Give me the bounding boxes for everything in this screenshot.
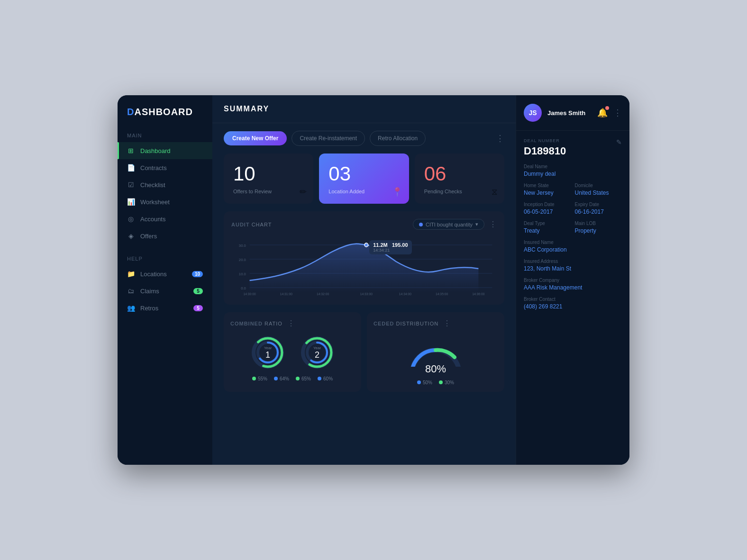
- deal-field-domicile: Domicile United States: [575, 183, 622, 196]
- year2-label: Year2: [313, 345, 321, 360]
- sidebar-logo: DASHBOARD: [118, 107, 212, 129]
- worksheet-icon: 📊: [127, 198, 135, 206]
- ratio-more-icon[interactable]: ⋮: [287, 319, 295, 328]
- legend-item-1: 55%: [252, 376, 267, 381]
- stat-location-value: 03: [328, 163, 399, 185]
- contracts-icon: 📄: [127, 164, 135, 172]
- retro-allocation-button[interactable]: Retro Allocation: [370, 131, 426, 146]
- ceded-legend: 50% 30%: [374, 380, 498, 385]
- claims-badge: 5: [193, 288, 203, 294]
- stat-offers-value: 10: [233, 163, 304, 185]
- deal-field-inception-date: Inception Date 06-05-2017: [524, 202, 571, 215]
- stat-card-offers: 10 Offers to Review ✏: [224, 154, 313, 204]
- notification-bell-icon[interactable]: 🔔: [597, 108, 608, 118]
- panel-more-icon[interactable]: ⋮: [613, 108, 622, 118]
- ceded-more-icon[interactable]: ⋮: [443, 319, 451, 328]
- deal-type-label: Deal Type: [524, 221, 571, 226]
- pending-stat-icon: ⧖: [492, 187, 498, 197]
- deal-field-broker-company: Broker Company AAA Risk Management: [524, 278, 622, 291]
- deal-field-main-lob: Main LOB Property: [575, 221, 622, 234]
- sidebar-item-locations[interactable]: 📁 Locations 10: [118, 265, 212, 282]
- dashboard-icon: ⊞: [127, 147, 135, 154]
- gauge-wrap: [407, 334, 464, 367]
- section-label-help: Help: [118, 252, 212, 265]
- sidebar-item-claims[interactable]: 🗂 Claims 5: [118, 282, 212, 299]
- filter-dot: [419, 223, 423, 226]
- retros-badge: 5: [193, 305, 203, 311]
- claims-icon: 🗂: [127, 287, 135, 295]
- inception-date-value: 06-05-2017: [524, 208, 571, 215]
- action-more-icon[interactable]: ⋮: [496, 133, 504, 144]
- combined-ratio-section: COMBINED RATIO ⋮: [224, 312, 361, 392]
- deal-field-deal-name: Deal Name Dummy deal: [524, 164, 622, 177]
- stat-card-pending: 06 Pending Checks ⧖: [415, 154, 504, 204]
- deal-field-deal-type: Deal Type Treaty: [524, 221, 571, 234]
- ceded-legend-2: 30%: [439, 380, 454, 385]
- broker-contact-label: Broker Contact: [524, 297, 622, 302]
- svg-point-8: [364, 243, 368, 247]
- year1-label: Year1: [264, 345, 272, 360]
- domicile-label: Domicile: [575, 183, 622, 188]
- main-lob-value: Property: [575, 227, 622, 234]
- svg-text:20.0: 20.0: [239, 258, 246, 262]
- chart-more-icon[interactable]: ⋮: [489, 220, 497, 229]
- legend-item-2: 64%: [274, 376, 289, 381]
- sidebar-item-dashboard[interactable]: ⊞ Dashboard: [118, 142, 212, 159]
- ratio-legend: 55% 64% 65% 60%: [230, 376, 355, 381]
- ratio-header: COMBINED RATIO ⋮: [230, 319, 355, 328]
- ceded-title: CEDED DISTRIBUTION: [374, 321, 438, 326]
- broker-company-label: Broker Company: [524, 278, 622, 283]
- domicile-value: United States: [575, 190, 622, 196]
- deal-number-value: D189810: [524, 145, 566, 157]
- sidebar-item-label: Checklist: [140, 181, 165, 189]
- chart-filter[interactable]: CITI bought quantity ▾: [413, 219, 484, 230]
- user-name: James Smith: [547, 109, 592, 117]
- deal-field-insured-address: Insured Address 123, North Main St: [524, 259, 622, 272]
- sidebar-item-contracts[interactable]: 📄 Contracts: [118, 159, 212, 176]
- deal-fields-type-lob: Deal Type Treaty Main LOB Property: [524, 215, 622, 234]
- svg-text:30.0: 30.0: [239, 244, 246, 248]
- home-state-value: New Jersey: [524, 190, 571, 196]
- svg-text:14:36:00: 14:36:00: [472, 292, 484, 296]
- deal-edit-icon[interactable]: ✎: [616, 138, 622, 146]
- sidebar-item-label: Offers: [140, 233, 157, 240]
- sidebar-item-retros[interactable]: 👥 Retros 5: [118, 299, 212, 316]
- legend-item-4: 60%: [318, 376, 333, 381]
- sidebar-item-accounts[interactable]: ◎ Accounts: [118, 210, 212, 227]
- audit-chart-title: AUDIT CHART: [231, 222, 272, 227]
- insured-address-value: 123, North Main St: [524, 265, 622, 272]
- deal-field-home-state: Home State New Jersey: [524, 183, 571, 196]
- svg-text:0.0: 0.0: [241, 286, 246, 290]
- main-body: Create New Offer Create Re-instatement R…: [212, 123, 516, 465]
- insured-address-label: Insured Address: [524, 259, 622, 264]
- expiry-date-label: Expiry Date: [575, 202, 622, 207]
- section-label-main: Main: [118, 129, 212, 142]
- sidebar-item-worksheet[interactable]: 📊 Worksheet: [118, 193, 212, 210]
- sidebar-item-offers[interactable]: ◈ Offers: [118, 227, 212, 244]
- locations-icon: 📁: [127, 270, 135, 278]
- ratio-title: COMBINED RATIO: [230, 321, 282, 326]
- sidebar-item-checklist[interactable]: ☑ Checklist: [118, 176, 212, 193]
- offers-icon: ◈: [127, 232, 135, 240]
- year1-circle: Year1: [249, 334, 287, 371]
- create-reinstatement-button[interactable]: Create Re-instatement: [292, 131, 365, 146]
- ceded-header: CEDED DISTRIBUTION ⋮: [374, 319, 498, 328]
- avatar: JS: [524, 104, 542, 122]
- create-offer-button[interactable]: Create New Offer: [224, 131, 287, 145]
- svg-text:14:34:00: 14:34:00: [399, 292, 411, 296]
- insured-name-value: ABC Corporation: [524, 246, 622, 253]
- ceded-distribution-section: CEDED DISTRIBUTION ⋮: [367, 312, 504, 392]
- sidebar-item-label: Dashboard: [140, 147, 171, 154]
- ratio-circles: Year1: [230, 334, 355, 371]
- right-panel-header: JS James Smith 🔔 ⋮: [516, 95, 629, 131]
- year2-circle: Year2: [298, 334, 336, 371]
- checklist-icon: ☑: [127, 181, 135, 189]
- home-state-label: Home State: [524, 183, 571, 188]
- expiry-date-value: 06-16-2017: [575, 208, 622, 215]
- stat-location-label: Location Added: [328, 189, 399, 194]
- logo-rest: ASHBOARD: [134, 107, 193, 117]
- notification-badge: [605, 106, 609, 110]
- svg-text:14:30:00: 14:30:00: [243, 292, 255, 296]
- sidebar-item-label: Retros: [140, 305, 158, 312]
- stat-pending-label: Pending Checks: [424, 189, 495, 194]
